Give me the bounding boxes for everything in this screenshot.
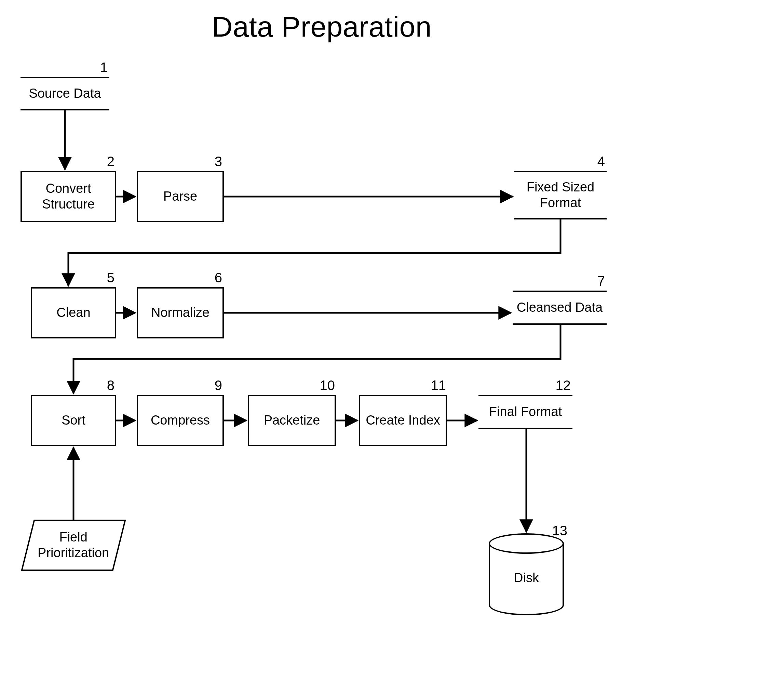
node-sort-label: Sort: [62, 413, 86, 429]
node-source-data-label: Source Data: [29, 86, 101, 102]
node-compress-label: Compress: [151, 413, 210, 429]
node-field-prioritization-label: Field Prioritization: [38, 529, 109, 561]
node-normalize: Normalize: [137, 287, 224, 338]
node-8-number: 8: [97, 378, 114, 393]
node-6-number: 6: [205, 270, 222, 285]
node-packetize-label: Packetize: [264, 413, 320, 429]
node-fixed-sized-format-label: Fixed Sized Format: [526, 180, 595, 210]
node-normalize-label: Normalize: [151, 305, 210, 321]
node-1-number: 1: [91, 60, 108, 75]
node-parse: Parse: [137, 171, 224, 222]
node-cleansed-data: Cleansed Data: [513, 291, 607, 325]
node-3-number: 3: [205, 154, 222, 169]
node-fixed-sized-format: Fixed Sized Format: [514, 171, 607, 220]
diagram-canvas: Data Preparation 1 Source Data 2 Convert…: [0, 0, 784, 682]
node-cleansed-data-label: Cleansed Data: [517, 300, 603, 316]
node-clean-label: Clean: [56, 305, 90, 321]
node-5-number: 5: [97, 270, 114, 285]
node-12-number: 12: [550, 378, 571, 393]
node-7-number: 7: [588, 274, 605, 289]
cylinder-top-ellipse: [489, 533, 564, 554]
node-field-prioritization: Field Prioritization: [21, 519, 126, 571]
node-final-format: Final Format: [479, 395, 572, 429]
node-2-number: 2: [97, 154, 114, 169]
node-convert-structure: Convert Structure: [21, 171, 116, 222]
node-convert-structure-label: Convert Structure: [25, 181, 112, 212]
node-10-number: 10: [315, 378, 335, 393]
node-4-number: 4: [588, 154, 605, 169]
connector-arrows: [0, 0, 784, 682]
node-create-index-label: Create Index: [366, 413, 440, 429]
node-compress: Compress: [137, 395, 224, 446]
node-sort: Sort: [31, 395, 116, 446]
node-packetize: Packetize: [248, 395, 336, 446]
arrow-4-to-5: [68, 220, 560, 286]
node-9-number: 9: [205, 378, 222, 393]
node-final-format-label: Final Format: [489, 404, 562, 420]
node-disk: Disk: [489, 533, 564, 615]
node-disk-label: Disk: [514, 570, 539, 585]
node-11-number: 11: [426, 378, 446, 393]
node-create-index: Create Index: [359, 395, 447, 446]
node-parse-label: Parse: [163, 189, 197, 204]
diagram-title: Data Preparation: [212, 10, 432, 43]
node-source-data: Source Data: [21, 77, 109, 110]
node-clean: Clean: [31, 287, 116, 338]
